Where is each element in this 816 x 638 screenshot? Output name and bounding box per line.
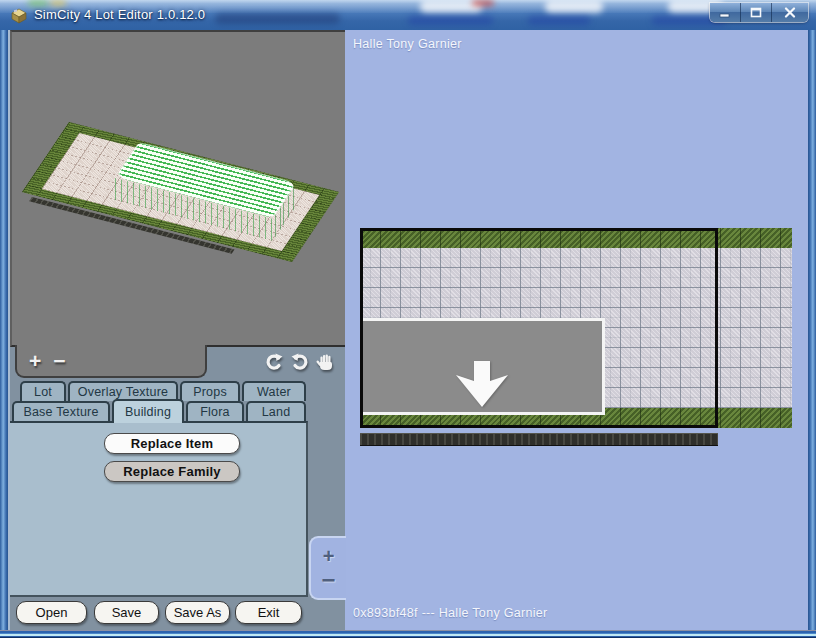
- road-strip: [360, 433, 718, 446]
- close-button[interactable]: [772, 3, 808, 22]
- save-as-button[interactable]: Save As: [165, 601, 230, 624]
- titlebar-blur-blob: [408, 16, 493, 25]
- tab-row-1: Lot Overlay Texture Props Water: [20, 381, 306, 401]
- grass-row-top: [360, 228, 792, 248]
- close-icon: [784, 7, 796, 18]
- grid-zoom-controls: + −: [309, 536, 346, 600]
- tab-land[interactable]: Land: [246, 401, 306, 421]
- building-tab-content: Replace Item Replace Family: [10, 421, 308, 597]
- titlebar-blur-blob: [28, 0, 48, 6]
- grid-zoom-in-button[interactable]: +: [323, 546, 335, 566]
- preview-zoom-controls: + −: [15, 345, 207, 378]
- preview-zoom-out-button[interactable]: −: [53, 351, 65, 371]
- tab-overlay-texture[interactable]: Overlay Texture: [68, 381, 178, 401]
- window-border-right: [808, 30, 816, 630]
- grid-zoom-out-button[interactable]: −: [321, 568, 335, 592]
- titlebar-blur-blob: [472, 0, 494, 6]
- tab-row-2: Base Texture Building Flora Land: [12, 401, 306, 423]
- save-button[interactable]: Save: [94, 601, 159, 624]
- replace-item-button[interactable]: Replace Item: [104, 433, 240, 454]
- minimize-button[interactable]: [710, 3, 741, 22]
- tab-base-texture[interactable]: Base Texture: [12, 401, 110, 421]
- tab-props[interactable]: Props: [180, 381, 240, 401]
- window-border-bottom: [0, 630, 816, 638]
- status-text: 0x893bf48f --- Halle Tony Garnier: [353, 606, 547, 620]
- replace-family-button[interactable]: Replace Family: [104, 461, 240, 482]
- pan-control: [315, 352, 337, 372]
- tab-lot[interactable]: Lot: [20, 381, 66, 401]
- editor-tool-panel: + − Lot Overlay Texture Props Water Base…: [8, 30, 345, 630]
- window-title: SimCity 4 Lot Editor 1.0.12.0: [34, 7, 205, 22]
- facing-arrow-icon: [452, 361, 512, 409]
- app-icon[interactable]: [10, 6, 28, 24]
- titlebar-blur-blob: [528, 16, 590, 25]
- titlebar-blur-blob: [50, 0, 66, 6]
- lot-plan-panel[interactable]: Halle Tony Garnier 0x893bf48f --- Halle …: [345, 30, 808, 630]
- maximize-icon: [750, 7, 762, 18]
- window-controls: [710, 3, 808, 22]
- preview-zoom-in-button[interactable]: +: [29, 351, 41, 371]
- rotate-cw-icon[interactable]: [290, 352, 312, 372]
- titlebar-blur-blob: [545, 0, 603, 13]
- maximize-button[interactable]: [741, 3, 772, 22]
- lot-3d-preview[interactable]: [10, 30, 345, 347]
- minimize-icon: [719, 8, 731, 18]
- window-border-left: [0, 30, 8, 630]
- titlebar-blur-blob: [215, 13, 340, 24]
- file-button-row: Open Save Save As Exit: [10, 601, 310, 624]
- lot-name-header: Halle Tony Garnier: [353, 37, 462, 51]
- pan-hand-icon[interactable]: [315, 352, 337, 372]
- rotate-ccw-icon[interactable]: [262, 352, 284, 372]
- open-button[interactable]: Open: [16, 601, 87, 624]
- titlebar[interactable]: SimCity 4 Lot Editor 1.0.12.0: [0, 0, 816, 31]
- tab-flora[interactable]: Flora: [186, 401, 244, 421]
- exit-button[interactable]: Exit: [235, 601, 302, 624]
- simcity4-lot-editor-window: { "window": { "title": "SimCity 4 Lot Ed…: [0, 0, 816, 638]
- view-rotation-controls: [262, 352, 312, 372]
- tab-water[interactable]: Water: [242, 381, 306, 401]
- building-footprint-overlay[interactable]: [360, 318, 605, 415]
- tab-building[interactable]: Building: [112, 399, 184, 423]
